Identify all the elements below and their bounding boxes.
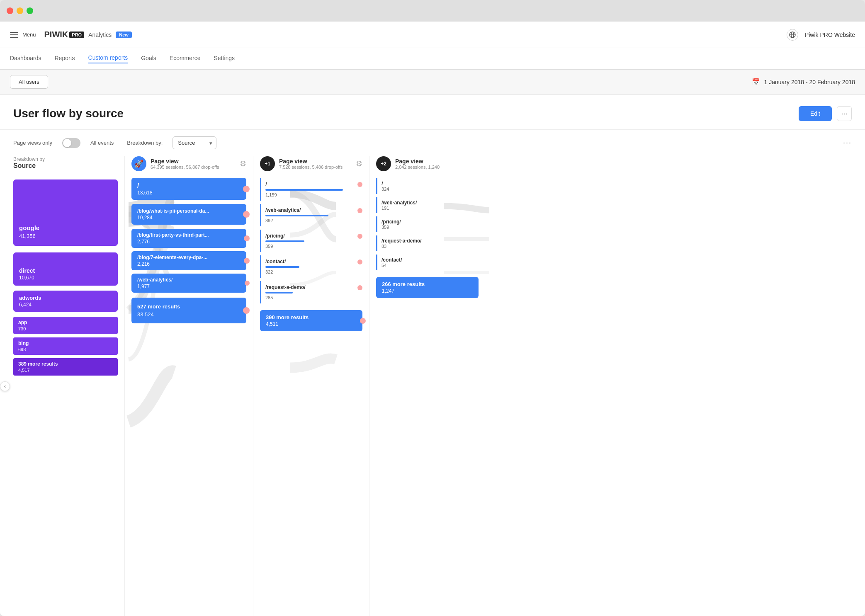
- page-node-col3-slash[interactable]: / 324: [376, 178, 479, 194]
- page-node-col1-blog2[interactable]: /blog/first-party-vs-third-part... 2,776: [131, 229, 246, 248]
- maximize-button[interactable]: [27, 7, 33, 14]
- nav-ecommerce[interactable]: Ecommerce: [170, 55, 201, 63]
- close-button[interactable]: [7, 7, 13, 14]
- page-node-col3-webanalytics[interactable]: /web-analytics/ 191: [376, 197, 479, 213]
- page-node-col2-demo-label: /request-a-demo/: [265, 284, 362, 290]
- page-node-col3-more-value: 1,247: [382, 288, 473, 294]
- col2-title-area: Page view 7,528 sessions, 5,486 drop-off…: [279, 158, 352, 170]
- date-label: 1 January 2018 - 20 February 2018: [764, 79, 855, 85]
- page-node-col1-blog3[interactable]: /blog/7-elements-every-dpa-... 2,216: [131, 251, 246, 270]
- hamburger-icon: [10, 32, 18, 38]
- toggle-switch[interactable]: [62, 138, 80, 148]
- page-node-col2-pricing[interactable]: /pricing/ 359: [260, 230, 362, 252]
- page-view-col1: 🚀 Page view 64,395 sessions, 56,867 drop…: [124, 156, 253, 616]
- page-node-col2-slash-value: 1,159: [265, 192, 362, 197]
- chevron-left-icon: ‹: [4, 383, 6, 389]
- page-node-col1-webanalytics-label: /web-analytics/: [137, 277, 241, 283]
- flow-visualization: Breakdown by Source google 41,356 direct…: [0, 156, 865, 616]
- breakdown-select[interactable]: Source Medium Campaign Device: [173, 136, 216, 149]
- breakdown-label: Breakdown by:: [127, 140, 163, 146]
- segment-button[interactable]: All users: [10, 75, 48, 89]
- col2-gear-icon[interactable]: ⚙: [356, 159, 362, 168]
- new-badge: New: [116, 32, 132, 38]
- drop-off-dot: [243, 211, 250, 218]
- page-node-col2-contact-label: /contact/: [265, 259, 362, 264]
- page-node-col1-blog2-label: /blog/first-party-vs-third-part...: [137, 232, 237, 238]
- toggle-knob: [63, 139, 71, 147]
- page-node-col2-more[interactable]: 390 more results 4,511: [260, 310, 362, 331]
- page-node-col1-webanalytics[interactable]: /web-analytics/ 1,977: [131, 274, 246, 293]
- edit-button[interactable]: Edit: [799, 106, 832, 121]
- source-node-app[interactable]: app 730: [13, 317, 118, 334]
- controls-bar: Page views only All events Breakdown by:…: [0, 130, 865, 156]
- col1-header: 🚀 Page view 64,395 sessions, 56,867 drop…: [131, 156, 246, 178]
- source-node-direct-value: 10,670: [19, 275, 112, 281]
- date-picker[interactable]: 📅 1 January 2018 - 20 February 2018: [752, 78, 855, 86]
- minimize-button[interactable]: [17, 7, 23, 14]
- drop-off-dot: [243, 307, 250, 314]
- nav-dashboards[interactable]: Dashboards: [10, 55, 41, 63]
- site-name: Piwik PRO Website: [805, 32, 855, 38]
- page-node-col2-slash[interactable]: / 1,159: [260, 178, 362, 201]
- nav-custom-reports[interactable]: Custom reports: [88, 54, 128, 63]
- piwik-logo: PIWIK PRO: [44, 30, 85, 39]
- expand-left-button[interactable]: ‹: [0, 381, 10, 391]
- source-node-bing-value: 698: [18, 347, 113, 352]
- page-node-col2-contact-value: 322: [265, 269, 362, 274]
- col1-gear-icon[interactable]: ⚙: [240, 159, 246, 168]
- page-views-label: Page views only: [13, 140, 52, 146]
- page-node-col3-contact[interactable]: /contact/ 54: [376, 255, 479, 270]
- page-node-col3-demo[interactable]: /request-a-demo/ 83: [376, 235, 479, 251]
- nav-reports[interactable]: Reports: [55, 55, 75, 63]
- page-node-col2-contact[interactable]: /contact/ 322: [260, 255, 362, 278]
- page-node-col1-blog1-label: /blog/what-is-pii-personal-da...: [137, 208, 237, 214]
- menu-button[interactable]: Menu: [10, 32, 36, 38]
- page-node-col2-webanalytics[interactable]: /web-analytics/ 892: [260, 204, 362, 226]
- page-node-col3-webanalytics-label: /web-analytics/: [381, 200, 474, 206]
- page-node-col3-more[interactable]: 266 more results 1,247: [376, 277, 479, 298]
- source-node-app-label: app: [18, 320, 113, 325]
- page-node-col3-pricing[interactable]: /pricing/ 359: [376, 216, 479, 232]
- source-node-more[interactable]: 389 more results 4,517: [13, 358, 118, 376]
- col3-title-area: Page view 2,042 sessions, 1,240: [395, 158, 479, 170]
- report-actions: Edit ···: [799, 106, 852, 121]
- menu-label: Menu: [22, 32, 36, 38]
- page-node-col1-more-value: 33,524: [137, 311, 241, 318]
- drop-off-dot: [360, 318, 366, 324]
- controls-more-button[interactable]: ···: [843, 138, 852, 147]
- col1-icon: 🚀: [131, 156, 146, 171]
- source-node-direct[interactable]: direct 10,670: [13, 252, 118, 286]
- page-node-col2-demo[interactable]: /request-a-demo/ 285: [260, 281, 362, 303]
- topbar-right: Piwik PRO Website: [787, 29, 855, 41]
- breakdown-select-wrapper[interactable]: Source Medium Campaign Device: [173, 136, 216, 149]
- drop-off-dot: [357, 208, 362, 213]
- page-node-col2-demo-value: 285: [265, 295, 362, 300]
- more-options-button[interactable]: ···: [837, 106, 852, 121]
- breakdown-by-label: Breakdown by: [13, 156, 118, 162]
- globe-icon[interactable]: [787, 29, 798, 41]
- source-node-adwords-label: adwords: [19, 295, 112, 301]
- col3-header: +2 Page view 2,042 sessions, 1,240: [376, 156, 479, 178]
- source-node-bing[interactable]: bing 698: [13, 337, 118, 355]
- source-node-adwords[interactable]: adwords 6,424: [13, 291, 118, 312]
- nav-goals[interactable]: Goals: [141, 55, 156, 63]
- source-node-google-value: 41,356: [19, 233, 112, 239]
- app-window: Menu PIWIK PRO Analytics New Piwik PRO W…: [0, 0, 865, 616]
- col1-title: Page view: [151, 158, 236, 165]
- nav-settings[interactable]: Settings: [214, 55, 235, 63]
- calendar-icon: 📅: [752, 78, 760, 86]
- page-node-col3-contact-value: 54: [381, 263, 474, 268]
- source-node-app-value: 730: [18, 326, 113, 331]
- col3-title: Page view: [395, 158, 479, 165]
- page-node-col1-more[interactable]: 527 more results 33,524: [131, 298, 246, 323]
- col3-subtitle: 2,042 sessions, 1,240: [395, 165, 479, 170]
- subbar: All users 📅 1 January 2018 - 20 February…: [0, 70, 865, 95]
- source-node-google[interactable]: google 41,356: [13, 179, 118, 246]
- page-node-col1-slash[interactable]: / 13,618: [131, 178, 246, 200]
- source-title: Source: [13, 162, 118, 170]
- bar: [265, 215, 328, 216]
- page-node-col2-webanalytics-label: /web-analytics/: [265, 207, 362, 213]
- page-node-col1-blog1[interactable]: /blog/what-is-pii-personal-da... 10,284: [131, 204, 246, 225]
- bar: [265, 240, 304, 242]
- source-node-more-value: 4,517: [18, 368, 113, 373]
